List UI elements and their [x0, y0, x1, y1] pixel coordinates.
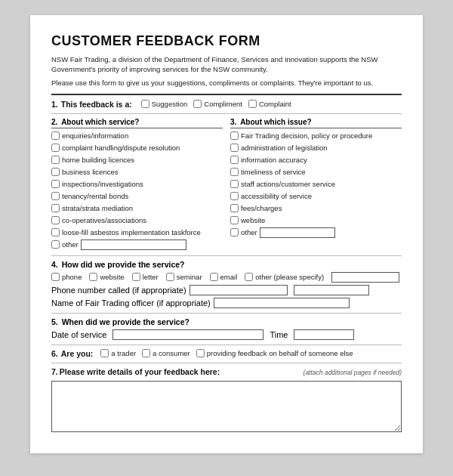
q6-consumer[interactable]: a consumer	[142, 349, 190, 357]
q3-cb-1[interactable]	[230, 131, 239, 140]
q2-cb-1[interactable]	[51, 131, 60, 140]
q4-letter[interactable]: letter	[132, 273, 159, 281]
q3-header: 3. About which issue?	[230, 118, 402, 128]
q3-item-7: fees/charges	[230, 203, 402, 214]
q2-q3-row: 2. About which service? enquiries/inform…	[51, 118, 402, 252]
q4-email-cb[interactable]	[210, 273, 218, 281]
q4-other[interactable]: other (please specify)	[245, 273, 324, 281]
q4-letter-cb[interactable]	[132, 273, 140, 281]
q2-cb-3[interactable]	[51, 156, 60, 164]
q4-phone-row: Phone number called (if appropriate)	[51, 285, 402, 295]
q1-complaint-checkbox[interactable]	[248, 100, 257, 108]
q5-number: 5.	[51, 317, 58, 326]
q7-header-row: 7. Please write details of your feedback…	[51, 367, 402, 376]
q2-item-8: co-operatives/associations	[51, 215, 223, 226]
q5-header: 5. When did we provide the service?	[51, 317, 402, 326]
q2-col: 2. About which service? enquiries/inform…	[51, 118, 223, 252]
q3-cb-7[interactable]	[230, 204, 239, 212]
q1-suggestion-checkbox[interactable]	[141, 100, 149, 108]
q4-phone-cb[interactable]	[51, 273, 60, 281]
q3-item-5: staff actions/customer service	[230, 179, 402, 190]
q4-other-specify-input[interactable]	[331, 272, 399, 283]
q3-cb-5[interactable]	[230, 180, 239, 188]
q2-cb-8[interactable]	[51, 216, 60, 224]
q4-website[interactable]: website	[89, 273, 124, 281]
q3-item-6: accessibility of service	[230, 191, 402, 202]
q4-header: 4. How did we provide the service?	[51, 260, 402, 269]
q2-cb-6[interactable]	[51, 192, 60, 200]
q4-other-cb[interactable]	[245, 273, 253, 281]
q5-label: When did we provide the service?	[62, 317, 190, 326]
q2-cb-5[interactable]	[51, 180, 60, 188]
q4-seminar[interactable]: seminar	[166, 273, 202, 281]
q7-section: 7. Please write details of your feedback…	[51, 367, 402, 434]
q4-phone-label: Phone number called (if appropriate)	[51, 286, 186, 295]
q4-email[interactable]: email	[210, 273, 238, 281]
q5-time-label: Time	[270, 330, 288, 339]
q6-behalf[interactable]: providing feedback on behalf of someone …	[196, 349, 353, 357]
q3-item-3: information accuracy	[230, 155, 402, 165]
q1-suggestion[interactable]: Suggestion	[141, 100, 188, 108]
q2-item-7: strata/strata mediation	[51, 203, 223, 214]
q4-section: 4. How did we provide the service? phone…	[51, 260, 402, 308]
q3-cb-8[interactable]	[230, 216, 239, 224]
q2-cb-10[interactable]	[51, 240, 60, 249]
q6-behalf-cb[interactable]	[196, 349, 205, 357]
q4-website-cb[interactable]	[89, 273, 97, 281]
q1-section: 1. This feedback is a: Suggestion Compli…	[51, 100, 402, 109]
q1-number: 1.	[51, 100, 58, 109]
q2-label: About which service?	[61, 118, 139, 126]
q4-officer-label: Name of Fair Trading officer (if appropr…	[51, 298, 211, 308]
q6-trader-cb[interactable]	[100, 349, 109, 357]
q3-cb-2[interactable]	[230, 144, 239, 152]
q1-suggestion-label: Suggestion	[152, 100, 188, 108]
q2-item-3: home building licences	[51, 155, 223, 165]
q1-compliment-checkbox[interactable]	[193, 100, 202, 108]
q1-label: This feedback is a:	[61, 100, 132, 109]
q2-other-input[interactable]	[81, 240, 186, 250]
q4-phone-input2[interactable]	[294, 285, 369, 295]
q3-other-input[interactable]	[260, 227, 335, 238]
q2-item-1: enquiries/information	[51, 131, 223, 141]
q5-date-row: Date of service Time	[51, 329, 402, 340]
q2-item-6: tenancy/rental bonds	[51, 191, 223, 202]
q2-item-5: inspections/investigations	[51, 179, 223, 190]
form-title: CUSTOMER FEEDBACK FORM	[51, 33, 402, 49]
q6-consumer-cb[interactable]	[142, 349, 150, 357]
q4-options-row: phone website letter seminar email other…	[51, 272, 402, 283]
q4-officer-input[interactable]	[214, 298, 350, 308]
top-divider	[51, 94, 402, 95]
q2-cb-7[interactable]	[51, 204, 60, 212]
q2-cb-2[interactable]	[51, 144, 60, 152]
q3-cb-6[interactable]	[230, 192, 239, 200]
q2-item-10: other	[51, 240, 223, 250]
q3-cb-9[interactable]	[230, 228, 239, 236]
q1-compliment[interactable]: Compliment	[193, 100, 242, 108]
q6-trader[interactable]: a trader	[100, 349, 136, 357]
q5-date-input[interactable]	[112, 329, 263, 340]
q3-cb-3[interactable]	[230, 156, 239, 164]
q1-complaint[interactable]: Complaint	[248, 100, 291, 108]
q7-feedback-textarea[interactable]	[51, 381, 402, 432]
q2-item-4: business licences	[51, 167, 223, 178]
q3-number: 3.	[230, 118, 236, 126]
q7-attach-note: (attach additional pages if needed)	[304, 369, 402, 376]
q4-phone[interactable]: phone	[51, 273, 82, 281]
q4-seminar-cb[interactable]	[166, 273, 174, 281]
q5-time-input[interactable]	[294, 329, 354, 340]
q2-item-9: loose-fill asbestos implementation taskf…	[51, 227, 223, 238]
q3-item-4: timeliness of service	[230, 167, 402, 178]
q4-label: How did we provide the service?	[62, 260, 185, 269]
q4-phone-input[interactable]	[190, 285, 288, 295]
q6-label: Are you:	[61, 349, 94, 358]
q2-cb-9[interactable]	[51, 228, 60, 236]
q2-item-2: complaint handling/dispute resolution	[51, 143, 223, 153]
divider-5	[51, 363, 402, 363]
q3-item-9: other	[230, 227, 402, 238]
divider-1	[51, 113, 402, 114]
q3-cb-4[interactable]	[230, 168, 239, 176]
divider-2	[51, 255, 402, 256]
q2-header: 2. About which service?	[51, 118, 223, 128]
q2-cb-4[interactable]	[51, 168, 60, 176]
q4-officer-row: Name of Fair Trading officer (if appropr…	[51, 298, 402, 308]
